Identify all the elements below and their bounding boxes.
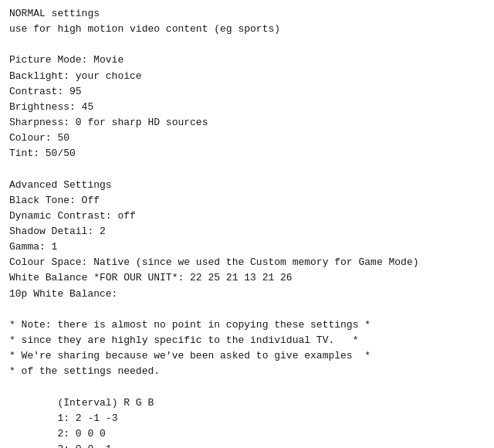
text-line: Tint: 50/50	[9, 146, 485, 161]
text-line: 3: 0 0 -1	[9, 442, 485, 448]
text-line: NORMAL settings	[9, 6, 485, 22]
text-line: Colour: 50	[9, 131, 485, 146]
text-line: (Interval) R G B	[9, 395, 485, 411]
text-line: * Note: there is almost no point in copy…	[9, 317, 485, 333]
text-line: Sharpness: 0 for sharp HD sources	[9, 115, 485, 131]
text-line: Colour Space: Native (since we used the …	[9, 255, 485, 270]
text-line: * We're sharing because we've been asked…	[9, 348, 485, 364]
text-line: use for high motion video content (eg sp…	[9, 22, 485, 37]
text-line	[9, 161, 485, 177]
text-line: 2: 0 0 0	[9, 426, 485, 442]
text-line: Backlight: your choice	[9, 69, 485, 84]
text-line: Contrast: 95	[9, 84, 485, 100]
text-line: Gamma: 1	[9, 239, 485, 255]
text-line: Advanced Settings	[9, 178, 485, 193]
text-line: 1: 2 -1 -3	[9, 411, 485, 426]
text-line: * since they are highly specific to the …	[9, 333, 485, 348]
main-content: NORMAL settingsuse for high motion video…	[0, 0, 494, 448]
text-line: Shadow Detail: 2	[9, 224, 485, 239]
text-line: Black Tone: Off	[9, 193, 485, 209]
text-line	[9, 37, 485, 53]
text-line: Dynamic Contrast: off	[9, 209, 485, 224]
text-line: 10p White Balance:	[9, 287, 485, 302]
text-line	[9, 379, 485, 395]
text-line: White Balance *FOR OUR UNIT*: 22 25 21 1…	[9, 270, 485, 286]
text-line: Brightness: 45	[9, 100, 485, 115]
text-line: Picture Mode: Movie	[9, 53, 485, 68]
text-line	[9, 302, 485, 317]
text-line: * of the settings needed.	[9, 364, 485, 379]
